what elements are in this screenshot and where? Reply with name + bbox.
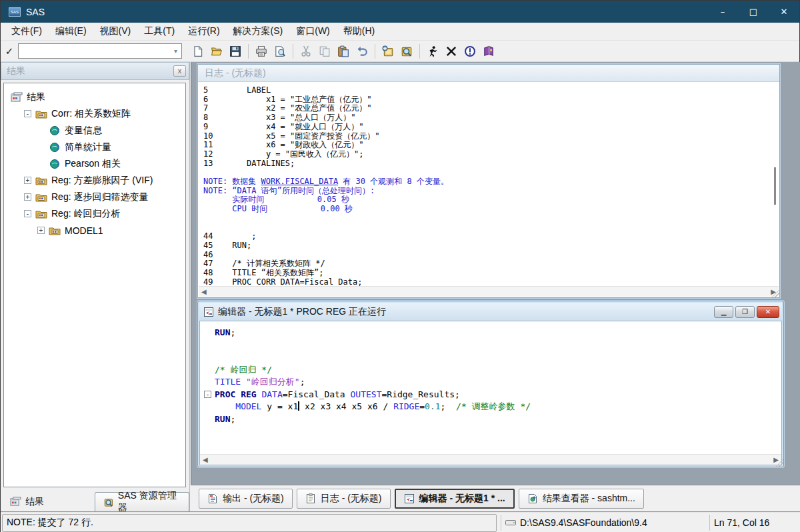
log-line — [203, 223, 770, 233]
maximize-button[interactable]: □ — [738, 1, 769, 23]
log-line: 49 PROC CORR DATA=Fiscal_Data; — [203, 278, 770, 286]
scroll-left-icon[interactable]: ◀ — [201, 288, 207, 295]
panel-tab[interactable]: SAS 资源管理器 — [95, 492, 189, 511]
print-button[interactable] — [252, 43, 271, 60]
status-message: NOTE: 提交了 72 行. — [2, 514, 497, 532]
window-tab[interactable]: 编辑器 - 无标题1 * ... — [395, 489, 515, 509]
break-button[interactable] — [461, 43, 479, 60]
submit-button[interactable] — [423, 43, 442, 60]
open-file-icon — [211, 45, 223, 57]
log-line — [203, 214, 770, 223]
working-directory: D:\SAS9.4\SASFoundation\9.4 — [505, 517, 705, 528]
tree-item[interactable]: -Corr: 相关系数矩阵 — [4, 105, 185, 122]
tree-item[interactable]: Pearson 相关 — [4, 155, 185, 172]
close-button[interactable]: ✕ — [769, 1, 799, 23]
toolbar-separator — [248, 44, 249, 59]
tree-item[interactable]: 变量信息 — [4, 122, 185, 139]
fold-collapse-icon[interactable]: - — [204, 389, 215, 401]
editor-content[interactable]: RUN; /* 岭回归 */TITLE "岭回归分析";-PROC REG DA… — [199, 321, 782, 465]
clear-all-icon — [445, 45, 457, 57]
minimize-button[interactable]: – — [707, 1, 738, 23]
editor-line — [204, 339, 781, 352]
chevron-down-icon[interactable]: ▾ — [174, 47, 177, 55]
window-tab-label: 输出 - (无标题) — [223, 493, 284, 505]
log-content[interactable]: 5 LABEL6 x1 = "工业总产值（亿元）"7 x2 = "农业总产值（亿… — [198, 82, 770, 286]
menu-item[interactable]: 解决方案(S) — [227, 23, 290, 40]
print-preview-button[interactable] — [271, 43, 289, 60]
tree-item[interactable]: -Reg: 岭回归分析 — [4, 205, 185, 222]
editor-gutter — [204, 376, 215, 389]
window-tab-label: 结果查看器 - sashtm... — [543, 493, 635, 505]
window-tab[interactable]: 日志 - (无标题) — [297, 489, 391, 509]
new-library-button[interactable] — [379, 43, 397, 60]
panel-close-icon[interactable]: x — [173, 65, 186, 77]
editor-minimize-button[interactable]: ▁ — [714, 306, 733, 318]
open-file-button[interactable] — [207, 43, 226, 60]
log-scrollbar-thumb[interactable] — [774, 167, 776, 205]
editor-close-button[interactable]: ✕ — [757, 306, 779, 318]
menu-item[interactable]: 窗口(W) — [289, 23, 337, 40]
command-input[interactable]: ▾ — [18, 43, 182, 59]
run-folder-icon — [35, 109, 47, 119]
editor-restore-button[interactable]: ❐ — [735, 306, 755, 318]
undo-button[interactable] — [353, 43, 371, 60]
editor-line: /* 岭回归 */ — [204, 364, 781, 377]
menu-item[interactable]: 工具(T) — [137, 23, 181, 40]
tree-item-label: 结果 — [27, 91, 45, 103]
results-panel: 结果 x 结果-Corr: 相关系数矩阵变量信息简单统计量Pearson 相关+… — [1, 62, 190, 511]
status-bar: NOTE: 提交了 72 行. D:\SAS9.4\SASFoundation\… — [1, 511, 800, 532]
log-line — [203, 168, 770, 177]
copy-icon — [319, 45, 331, 57]
menu-item[interactable]: 帮助(H) — [337, 23, 381, 40]
expand-icon[interactable]: + — [37, 227, 45, 234]
panel-tab[interactable]: 结果 — [2, 492, 95, 511]
tree-item-label: Corr: 相关系数矩阵 — [51, 108, 131, 120]
tree-item[interactable]: +Reg: 方差膨胀因子 (VIF) — [4, 172, 185, 189]
tree-item[interactable]: 结果 — [4, 89, 185, 105]
help-book-button[interactable] — [479, 43, 498, 60]
save-file-button[interactable] — [226, 43, 245, 60]
scroll-left-icon[interactable]: ◀ — [203, 456, 208, 463]
log-line: 12 y = "国民收入（亿元）"; — [203, 150, 770, 159]
menu-item[interactable]: 运行(R) — [181, 23, 226, 40]
editor-line: TITLE "岭回归分析"; — [204, 376, 781, 389]
log-resize-grip[interactable] — [771, 289, 779, 297]
mdi-area: 日志 - (无标题) 5 LABEL6 x1 = "工业总产值（亿元）"7 x2… — [191, 62, 800, 485]
submit-icon — [427, 45, 439, 57]
explorer-button[interactable] — [397, 43, 416, 60]
run-folder-icon — [35, 175, 47, 186]
window-tab[interactable]: 结果查看器 - sashtm... — [519, 489, 644, 509]
cut-button[interactable] — [297, 43, 315, 60]
new-file-button[interactable] — [189, 43, 207, 60]
tree-item[interactable]: 简单统计量 — [4, 139, 185, 155]
log-window-titlebar[interactable]: 日志 - (无标题) — [198, 65, 779, 82]
menu-item[interactable]: 视图(V) — [93, 23, 138, 40]
collapse-icon[interactable]: - — [24, 110, 31, 117]
cut-icon — [300, 45, 312, 57]
tree-item-label: Reg: 岭回归分析 — [51, 208, 120, 220]
expand-icon[interactable]: + — [24, 177, 31, 184]
copy-button[interactable] — [315, 43, 334, 60]
menu-item[interactable]: 文件(F) — [5, 23, 49, 40]
help-book-icon — [483, 45, 495, 57]
clear-all-button[interactable] — [442, 43, 461, 60]
command-check-icon[interactable]: ✓ — [1, 45, 18, 57]
log-horizontal-scrollbar[interactable]: ◀ ▶ — [199, 286, 779, 297]
log-vertical-scrollbar[interactable] — [773, 82, 777, 284]
tree-item-label: 简单统计量 — [65, 141, 111, 153]
results-panel-tabs: 结果SAS 资源管理器 — [1, 489, 189, 511]
paste-button[interactable] — [334, 43, 353, 60]
editor-window-titlebar[interactable]: 编辑器 - 无标题1 * PROC REG 正在运行 ▁ ❐ ✕ — [199, 303, 782, 321]
editor-horizontal-scrollbar[interactable]: ◀ ▶ — [200, 454, 781, 465]
log-line: 实际时间 0.05 秒 — [203, 195, 770, 205]
collapse-icon[interactable]: - — [24, 210, 31, 217]
editor-resize-grip[interactable] — [775, 459, 783, 467]
tree-item[interactable]: +Reg: 逐步回归筛选变量 — [4, 189, 185, 205]
editor-line: -PROC REG DATA=Fiscal_Data OUTEST=Ridge_… — [204, 389, 781, 401]
menu-item[interactable]: 编辑(E) — [49, 23, 93, 40]
window-tab[interactable]: 输出 - (无标题) — [199, 489, 293, 509]
expand-icon[interactable]: + — [24, 193, 31, 201]
editor-gutter — [204, 413, 215, 426]
tree-item[interactable]: +MODEL1 — [4, 222, 185, 239]
results-panel-header: 结果 x — [1, 62, 189, 80]
